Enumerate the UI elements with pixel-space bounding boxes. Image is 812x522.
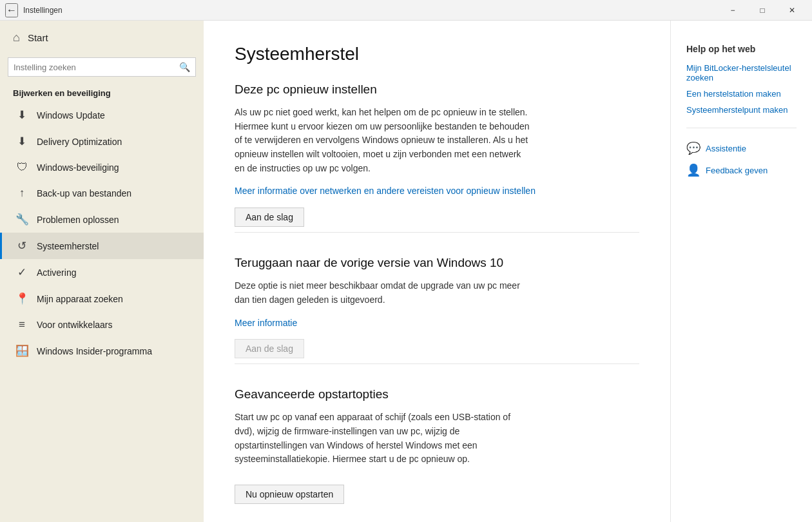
- section-text-advanced: Start uw pc op vanaf een apparaat of sch…: [235, 411, 531, 467]
- section-link-reset[interactable]: Meer informatie over netwerken en andere…: [235, 186, 536, 196]
- minimize-button[interactable]: −: [718, 0, 748, 21]
- sidebar-item-back-up-van-bestanden[interactable]: ↑Back-up van bestanden: [0, 180, 204, 206]
- sidebar-item-icon-8: ≡: [15, 318, 29, 331]
- sidebar-item-icon-9: 🪟: [15, 344, 29, 358]
- sidebar-section-title: Bijwerken en beveiliging: [0, 82, 204, 102]
- sidebar-item-icon-0: ⬇: [15, 108, 29, 122]
- sidebar-item-label-1: Delivery Optimization: [37, 137, 122, 147]
- back-button[interactable]: ←: [5, 3, 18, 17]
- sidebar-item-windows-beveiliging[interactable]: 🛡Windows-beveiliging: [0, 155, 204, 180]
- right-action-label-1: Feedback geven: [706, 166, 768, 175]
- section-btn-advanced[interactable]: Nu opnieuw opstarten: [235, 485, 344, 504]
- section-previous: Teruggaan naar de vorige versie van Wind…: [235, 256, 639, 364]
- search-icon: 🔍: [174, 58, 195, 76]
- sidebar-item-activering[interactable]: ✓Activering: [0, 259, 204, 285]
- right-link-2[interactable]: Systeemherstelpunt maken: [686, 105, 797, 115]
- section-text-previous: Deze optie is niet meer beschikbaar omda…: [235, 279, 531, 307]
- section-divider-1: [235, 363, 639, 364]
- titlebar: ← Instellingen − □ ✕: [0, 0, 812, 21]
- section-divider-0: [235, 232, 639, 233]
- section-text-reset: Als uw pc niet goed werkt, kan het helpe…: [235, 106, 531, 175]
- sidebar-home[interactable]: ⌂ Start: [0, 21, 204, 55]
- right-panel-title: Help op het web: [686, 44, 797, 54]
- section-title-advanced: Geavanceerde opstartopties: [235, 387, 639, 401]
- sidebar-item-windows-update[interactable]: ⬇Windows Update: [0, 102, 204, 128]
- close-button[interactable]: ✕: [777, 0, 807, 21]
- section-btn-reset[interactable]: Aan de slag: [235, 208, 304, 227]
- sidebar-item-voor-ontwikkelaars[interactable]: ≡Voor ontwikkelaars: [0, 312, 204, 338]
- sidebar-search-box[interactable]: 🔍: [8, 57, 196, 77]
- sections-container: Deze pc opnieuw instellenAls uw pc niet …: [235, 82, 639, 504]
- sidebar: ⌂ Start 🔍 Bijwerken en beveiliging ⬇Wind…: [0, 21, 204, 522]
- sidebar-item-label-5: Systeemherstel: [37, 241, 99, 251]
- right-action-0[interactable]: 💬Assistentie: [686, 141, 797, 155]
- right-link-1[interactable]: Een herstelstation maken: [686, 89, 797, 99]
- sidebar-item-icon-3: ↑: [15, 187, 29, 200]
- right-action-label-0: Assistentie: [706, 144, 746, 153]
- section-title-reset: Deze pc opnieuw instellen: [235, 82, 639, 97]
- right-links-container: Mijn BitLocker-herstelsleutel zoekenEen …: [686, 63, 797, 115]
- right-action-icon-0: 💬: [686, 141, 701, 155]
- maximize-button[interactable]: □: [748, 0, 777, 21]
- sidebar-item-problemen-oplossen[interactable]: 🔧Problemen oplossen: [0, 206, 204, 233]
- right-panel-divider: [686, 128, 797, 128]
- search-input[interactable]: [8, 59, 174, 76]
- sidebar-item-label-3: Back-up van bestanden: [37, 188, 131, 198]
- sidebar-item-systeemherstel[interactable]: ↺Systeemherstel: [0, 233, 204, 259]
- section-link-previous[interactable]: Meer informatie: [235, 318, 297, 328]
- sidebar-item-label-7: Mijn apparaat zoeken: [37, 294, 123, 304]
- right-link-0[interactable]: Mijn BitLocker-herstelsleutel zoeken: [686, 63, 797, 82]
- sidebar-item-label-4: Problemen oplossen: [37, 215, 119, 225]
- sidebar-item-icon-5: ↺: [15, 239, 29, 253]
- sidebar-item-icon-4: 🔧: [15, 213, 29, 226]
- sidebar-item-mijn-apparaat-zoeken[interactable]: 📍Mijn apparaat zoeken: [0, 285, 204, 312]
- sidebar-item-icon-7: 📍: [15, 292, 29, 305]
- sidebar-item-windows-insider-programma[interactable]: 🪟Windows Insider-programma: [0, 338, 204, 364]
- window-controls: − □ ✕: [718, 0, 807, 21]
- main-content: Systeemherstel Deze pc opnieuw instellen…: [204, 21, 670, 522]
- sidebar-item-icon-2: 🛡: [15, 161, 29, 174]
- sidebar-item-label-2: Windows-beveiliging: [37, 162, 119, 173]
- sidebar-item-label-0: Windows Update: [37, 110, 105, 121]
- section-btn-previous: Aan de slag: [235, 339, 304, 358]
- titlebar-title: Instellingen: [23, 6, 63, 15]
- sidebar-item-icon-6: ✓: [15, 266, 29, 279]
- sidebar-items-container: ⬇Windows Update⬇Delivery Optimization🛡Wi…: [0, 102, 204, 364]
- sidebar-item-label-8: Voor ontwikkelaars: [37, 320, 113, 330]
- sidebar-item-icon-1: ⬇: [15, 135, 29, 148]
- home-icon: ⌂: [13, 31, 20, 44]
- page-title: Systeemherstel: [235, 44, 639, 64]
- sidebar-item-delivery-optimization[interactable]: ⬇Delivery Optimization: [0, 128, 204, 155]
- section-title-previous: Teruggaan naar de vorige versie van Wind…: [235, 256, 639, 270]
- right-actions-container: 💬Assistentie👤Feedback geven: [686, 141, 797, 177]
- section-reset: Deze pc opnieuw instellenAls uw pc niet …: [235, 82, 639, 233]
- sidebar-item-label-9: Windows Insider-programma: [37, 346, 152, 356]
- right-action-1[interactable]: 👤Feedback geven: [686, 163, 797, 177]
- right-action-icon-1: 👤: [686, 163, 701, 177]
- app-body: ⌂ Start 🔍 Bijwerken en beveiliging ⬇Wind…: [0, 21, 812, 522]
- sidebar-item-label-6: Activering: [37, 267, 76, 278]
- right-panel: Help op het web Mijn BitLocker-herstelsl…: [670, 21, 812, 522]
- home-label: Start: [28, 32, 48, 43]
- section-advanced: Geavanceerde opstartoptiesStart uw pc op…: [235, 387, 639, 504]
